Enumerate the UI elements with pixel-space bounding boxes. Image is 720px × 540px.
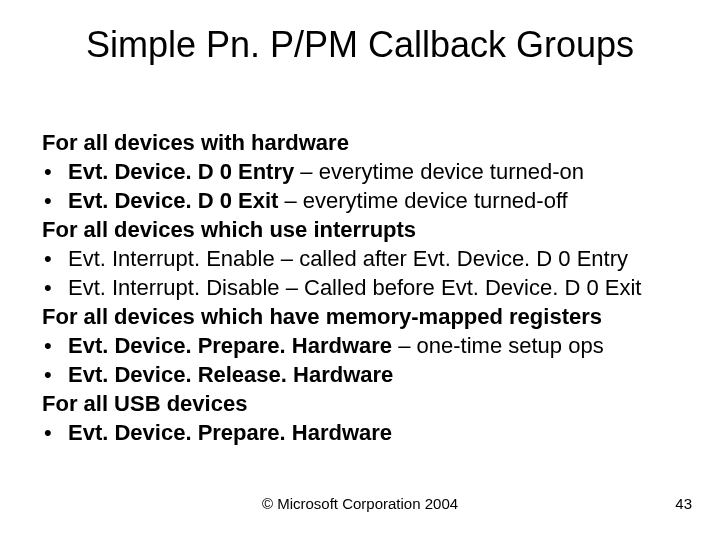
bullet-bold: Evt. Device. D 0 Exit bbox=[68, 188, 278, 213]
bullet-dot-icon: • bbox=[42, 331, 68, 360]
section-heading: For all devices with hardware bbox=[42, 128, 682, 157]
bullet-rest: – one-time setup ops bbox=[392, 333, 604, 358]
bullet-dot-icon: • bbox=[42, 157, 68, 186]
bullet-item: • Evt. Device. D 0 Entry – everytime dev… bbox=[42, 157, 682, 186]
bullet-rest: Evt. Interrupt. Disable – Called before … bbox=[68, 275, 641, 300]
bullet-bold: Evt. Device. Prepare. Hardware bbox=[68, 333, 392, 358]
page-number: 43 bbox=[675, 495, 692, 512]
slide-body: For all devices with hardware • Evt. Dev… bbox=[42, 128, 682, 447]
bullet-bold: Evt. Device. Release. Hardware bbox=[68, 362, 393, 387]
bullet-item: • Evt. Device. Prepare. Hardware – one-t… bbox=[42, 331, 682, 360]
bullet-text: Evt. Device. D 0 Exit – everytime device… bbox=[68, 186, 682, 215]
bullet-text: Evt. Device. D 0 Entry – everytime devic… bbox=[68, 157, 682, 186]
section-heading: For all devices which use interrupts bbox=[42, 215, 682, 244]
section-heading: For all devices which have memory-mapped… bbox=[42, 302, 682, 331]
bullet-rest: – everytime device turned-on bbox=[294, 159, 584, 184]
bullet-dot-icon: • bbox=[42, 186, 68, 215]
bullet-dot-icon: • bbox=[42, 244, 68, 273]
bullet-dot-icon: • bbox=[42, 418, 68, 447]
bullet-rest: Evt. Interrupt. Enable – called after Ev… bbox=[68, 246, 628, 271]
bullet-item: • Evt. Device. Prepare. Hardware bbox=[42, 418, 682, 447]
bullet-text: Evt. Device. Release. Hardware bbox=[68, 360, 682, 389]
copyright-footer: © Microsoft Corporation 2004 bbox=[0, 495, 720, 512]
bullet-dot-icon: • bbox=[42, 273, 68, 302]
bullet-dot-icon: • bbox=[42, 360, 68, 389]
bullet-text: Evt. Interrupt. Disable – Called before … bbox=[68, 273, 682, 302]
bullet-item: • Evt. Device. Release. Hardware bbox=[42, 360, 682, 389]
section-heading: For all USB devices bbox=[42, 389, 682, 418]
bullet-text: Evt. Device. Prepare. Hardware – one-tim… bbox=[68, 331, 682, 360]
bullet-text: Evt. Interrupt. Enable – called after Ev… bbox=[68, 244, 682, 273]
bullet-bold: Evt. Device. Prepare. Hardware bbox=[68, 420, 392, 445]
bullet-rest: – everytime device turned-off bbox=[278, 188, 567, 213]
bullet-text: Evt. Device. Prepare. Hardware bbox=[68, 418, 682, 447]
bullet-bold: Evt. Device. D 0 Entry bbox=[68, 159, 294, 184]
bullet-item: • Evt. Interrupt. Enable – called after … bbox=[42, 244, 682, 273]
bullet-item: • Evt. Interrupt. Disable – Called befor… bbox=[42, 273, 682, 302]
slide-title: Simple Pn. P/PM Callback Groups bbox=[0, 24, 720, 66]
bullet-item: • Evt. Device. D 0 Exit – everytime devi… bbox=[42, 186, 682, 215]
slide: Simple Pn. P/PM Callback Groups For all … bbox=[0, 0, 720, 540]
